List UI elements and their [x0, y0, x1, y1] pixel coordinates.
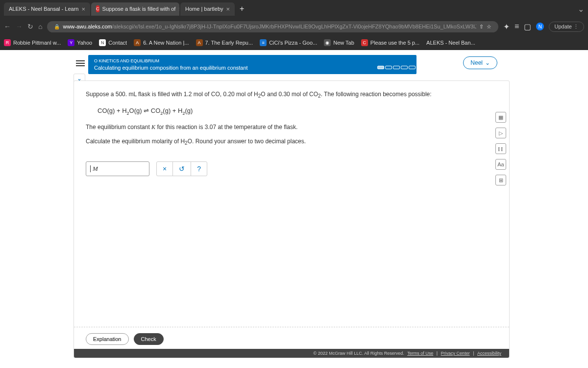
bookmark-icon: A: [196, 39, 203, 46]
chevron-down-icon[interactable]: ⌄: [578, 4, 584, 14]
undo-button[interactable]: ↺: [173, 162, 191, 176]
bookmark-icon: ◉: [324, 39, 331, 46]
bookmark-item[interactable]: CPlease use the 5 p...: [361, 39, 419, 46]
lock-icon: 🔒: [54, 24, 60, 29]
bookmarks-bar: RRobbie Pittmanl w... YYahoo NContact A6…: [0, 35, 588, 50]
module-title: Calculating equilibrium composition from…: [94, 65, 411, 71]
bookmark-icon: N: [99, 39, 106, 46]
star-icon[interactable]: ☆: [487, 24, 491, 30]
close-icon[interactable]: ×: [178, 5, 179, 13]
bookmark-item[interactable]: YYahoo: [68, 39, 92, 46]
explanation-button[interactable]: Explanation: [86, 333, 129, 345]
question-text: Suppose a 500. mL flask is filled with 1…: [86, 90, 497, 100]
input-tools: × ↺ ?: [156, 161, 207, 176]
chegg-icon: C: [96, 5, 99, 12]
module-header: O KINETICS AND EQUILIBRIUM Calculating e…: [88, 55, 416, 74]
browser-tab-1[interactable]: C Suppose a flask is filled with of ×: [91, 2, 179, 16]
progress-text: 0/5: [419, 65, 426, 70]
app-content: O KINETICS AND EQUILIBRIUM Calculating e…: [0, 50, 588, 368]
url-text: www-awu.aleks.com/alekscgi/x/Isl.exe/1o_…: [63, 24, 476, 29]
chart-icon[interactable]: ⫿⫿: [495, 143, 506, 154]
close-icon[interactable]: ×: [226, 5, 230, 13]
bookmark-item[interactable]: NContact: [99, 39, 127, 46]
clear-button[interactable]: ×: [157, 162, 173, 176]
reload-button[interactable]: ↻: [27, 23, 33, 30]
stop-icon[interactable]: ▢: [524, 22, 531, 31]
toolbar-actions: ✦ ≡ ▢ N Update ⋮: [503, 22, 584, 32]
user-menu-button[interactable]: Neel ⌄: [463, 56, 497, 69]
browser-tab-2[interactable]: Home | bartleby ×: [180, 2, 235, 16]
browser-tab-0[interactable]: ALEKS - Neel Bansal - Learn ×: [4, 2, 90, 16]
calculator-icon[interactable]: ▦: [495, 112, 506, 123]
video-icon[interactable]: ▷: [495, 128, 506, 138]
share-icon[interactable]: ⇧: [479, 24, 484, 30]
module-topic: O KINETICS AND EQUILIBRIUM: [94, 58, 411, 63]
bookmark-icon: ≡: [260, 39, 267, 46]
bookmark-icon: Y: [68, 39, 74, 46]
chevron-down-icon: ⌄: [485, 59, 490, 66]
browser-tab-strip: ALEKS - Neel Bansal - Learn × C Suppose …: [0, 0, 588, 18]
footer: © 2022 McGraw Hill LLC. All Rights Reser…: [74, 349, 509, 358]
action-buttons: Explanation Check: [74, 327, 509, 345]
tab-label: Home | bartleby: [185, 6, 223, 12]
forward-button[interactable]: →: [16, 23, 23, 30]
extensions-icon[interactable]: ✦: [503, 22, 510, 31]
question-panel: Suppose a 500. mL flask is filled with 1…: [74, 80, 510, 358]
help-button[interactable]: ?: [191, 162, 207, 176]
reading-list-icon[interactable]: ≡: [514, 22, 519, 31]
bookmark-item[interactable]: RRobbie Pittmanl w...: [4, 39, 61, 46]
bookmark-item[interactable]: A6. A New Nation |...: [134, 39, 189, 46]
address-bar[interactable]: 🔒 www-awu.aleks.com/alekscgi/x/Isl.exe/1…: [47, 21, 498, 32]
terms-link[interactable]: Terms of Use: [407, 351, 433, 356]
profile-badge[interactable]: N: [536, 23, 544, 30]
url-toolbar: ← → ↻ ⌂ 🔒 www-awu.aleks.com/alekscgi/x/I…: [0, 18, 588, 35]
answer-input[interactable]: M: [86, 161, 149, 176]
question-text-2: The equilibrium constant K for this reac…: [86, 123, 497, 132]
close-icon[interactable]: ×: [81, 5, 85, 13]
text-cursor: [90, 165, 91, 172]
accessibility-link[interactable]: Accessibility: [477, 351, 501, 356]
update-button[interactable]: Update ⋮: [549, 22, 584, 32]
answer-row: M × ↺ ?: [86, 161, 497, 176]
tab-label: Suppose a flask is filled with of: [102, 6, 176, 12]
menu-button[interactable]: [76, 59, 85, 68]
check-button[interactable]: Check: [134, 333, 164, 345]
reaction-equation: CO(g) + H2O(g) ⇌ CO2(g) + H2(g): [98, 107, 497, 116]
new-tab-button[interactable]: +: [236, 2, 248, 15]
copyright-text: © 2022 McGraw Hill LLC. All Rights Reser…: [314, 351, 404, 356]
bookmark-item[interactable]: ◉New Tab: [324, 39, 354, 46]
side-tools: ▦ ▷ ⫿⫿ Aa ⊞: [495, 112, 506, 185]
answer-unit: M: [93, 165, 98, 173]
privacy-link[interactable]: Privacy Center: [441, 351, 470, 356]
bookmark-item[interactable]: A7. The Early Repu...: [196, 39, 253, 46]
user-label: Neel: [470, 59, 483, 66]
home-button[interactable]: ⌂: [38, 23, 42, 30]
bookmark-item[interactable]: ≡CiCi's Pizza - Goo...: [260, 39, 317, 46]
periodic-table-icon[interactable]: ⊞: [495, 175, 506, 185]
back-button[interactable]: ←: [4, 23, 11, 30]
progress-bar: 0/5: [377, 65, 426, 70]
bookmark-icon: C: [361, 39, 368, 46]
bookmark-icon: A: [134, 39, 141, 46]
tab-label: ALEKS - Neel Bansal - Learn: [9, 6, 78, 12]
bookmark-item[interactable]: ALEKS - Neel Ban...: [426, 40, 475, 46]
text-icon[interactable]: Aa: [495, 159, 506, 170]
bookmark-icon: R: [4, 39, 11, 46]
question-text-3: Calculate the equilibrium molarity of H2…: [86, 137, 497, 147]
